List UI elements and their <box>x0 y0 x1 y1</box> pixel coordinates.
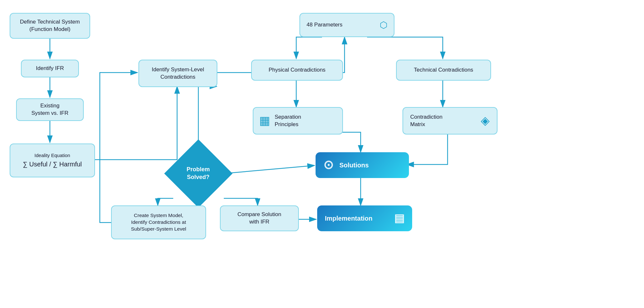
implementation-icon: ▤ <box>394 211 404 226</box>
identify-system-label: Identify System-Level Contradictions <box>152 66 204 81</box>
solutions-node: ⊙ Solutions <box>316 152 409 178</box>
identify-ifr-label: Identify IFR <box>36 65 64 72</box>
create-system-label: Create System Model, Identify Contradict… <box>131 212 186 233</box>
technical-contra-node: Technical Contradictions <box>396 60 491 81</box>
params-48-label: 48 Parameters <box>307 21 343 29</box>
flowchart: Define Technical System (Function Model)… <box>0 0 644 308</box>
ideality-eq-label: Ideality Equation <box>34 152 70 159</box>
define-technical-node: Define Technical System (Function Model) <box>10 13 90 39</box>
define-technical-label: Define Technical System (Function Model) <box>20 18 80 33</box>
ideality-eq-formula: ∑ Useful / ∑ Harmful <box>23 160 82 169</box>
ideality-eq-node: Ideality Equation ∑ Useful / ∑ Harmful <box>10 144 95 177</box>
contradiction-matrix-label: Contradiction Matrix <box>410 114 442 128</box>
contradiction-icon: ◈ <box>481 113 490 129</box>
technical-contra-label: Technical Contradictions <box>414 66 473 74</box>
existing-system-node: Existing System vs. IFR <box>16 98 84 121</box>
implementation-node: Implementation ▤ <box>317 205 412 231</box>
identify-system-node: Identify System-Level Contradictions <box>138 60 217 87</box>
solutions-label: Solutions <box>339 161 369 170</box>
params-48-node: 48 Parameters ⬡ <box>299 13 394 37</box>
svg-line-6 <box>224 165 315 174</box>
compare-solution-label: Compare Solution with IFR <box>237 211 281 226</box>
compare-solution-node: Compare Solution with IFR <box>220 205 299 231</box>
physical-contra-label: Physical Contradictions <box>269 66 326 74</box>
separation-principles-label: Separation Principles <box>275 114 301 128</box>
contradiction-matrix-node: Contradiction Matrix ◈ <box>402 107 497 134</box>
separation-icon: ▦ <box>259 113 270 129</box>
problem-solved-diamond: ProblemSolved? <box>173 148 223 198</box>
params-icon: ⬡ <box>380 19 387 31</box>
existing-system-label: Existing System vs. IFR <box>31 102 68 117</box>
solutions-icon: ⊙ <box>323 157 334 173</box>
identify-ifr-node: Identify IFR <box>21 60 79 77</box>
problem-solved-label: ProblemSolved? <box>186 166 210 181</box>
separation-principles-node: ▦ Separation Principles <box>253 107 343 134</box>
create-system-node: Create System Model, Identify Contradict… <box>111 205 206 239</box>
physical-contra-node: Physical Contradictions <box>251 60 343 81</box>
implementation-label: Implementation <box>325 214 373 223</box>
